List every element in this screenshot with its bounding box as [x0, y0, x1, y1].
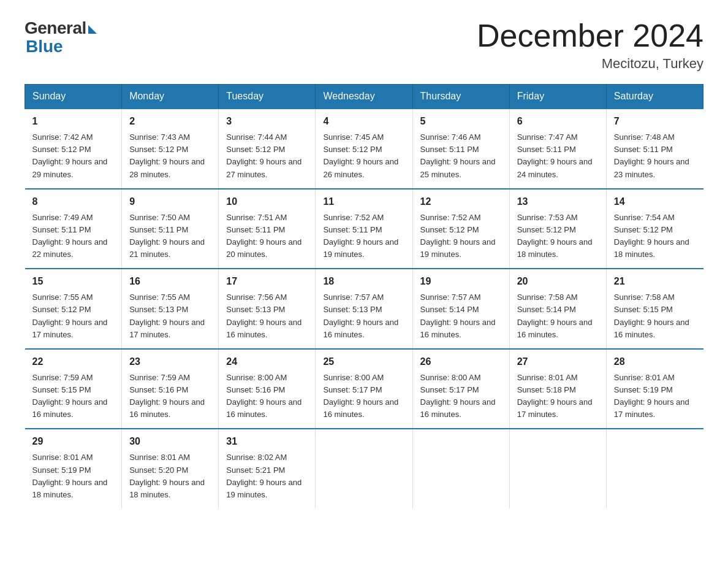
day-cell: 8Sunrise: 7:49 AMSunset: 5:11 PMDaylight… — [25, 189, 122, 269]
header-saturday: Saturday — [606, 85, 703, 109]
day-cell: 14Sunrise: 7:54 AMSunset: 5:12 PMDayligh… — [606, 189, 703, 269]
day-number: 12 — [420, 194, 502, 209]
day-info: Sunrise: 8:00 AMSunset: 5:16 PMDaylight:… — [226, 372, 308, 421]
page-header: General Blue December 2024 Mecitozu, Tur… — [25, 18, 703, 72]
day-cell: 5Sunrise: 7:46 AMSunset: 5:11 PMDaylight… — [412, 109, 509, 189]
day-number: 13 — [517, 194, 599, 209]
day-info: Sunrise: 7:48 AMSunset: 5:11 PMDaylight:… — [614, 131, 696, 181]
day-info: Sunrise: 7:57 AMSunset: 5:13 PMDaylight:… — [323, 291, 404, 341]
day-cell: 17Sunrise: 7:56 AMSunset: 5:13 PMDayligh… — [219, 269, 316, 349]
day-cell: 23Sunrise: 7:59 AMSunset: 5:16 PMDayligh… — [122, 349, 219, 429]
day-info: Sunrise: 7:58 AMSunset: 5:14 PMDaylight:… — [517, 291, 599, 341]
day-cell: 6Sunrise: 7:47 AMSunset: 5:11 PMDaylight… — [509, 109, 606, 189]
logo: General Blue — [25, 18, 97, 56]
day-cell: 31Sunrise: 8:02 AMSunset: 5:21 PMDayligh… — [219, 429, 316, 508]
day-info: Sunrise: 8:01 AMSunset: 5:18 PMDaylight:… — [517, 372, 599, 421]
day-cell — [509, 429, 606, 508]
day-info: Sunrise: 7:54 AMSunset: 5:12 PMDaylight:… — [614, 212, 696, 261]
day-info: Sunrise: 7:46 AMSunset: 5:11 PMDaylight:… — [420, 131, 502, 181]
day-number: 29 — [32, 434, 115, 449]
day-number: 25 — [323, 354, 404, 369]
week-row-5: 29Sunrise: 8:01 AMSunset: 5:19 PMDayligh… — [25, 429, 703, 508]
day-cell — [316, 429, 412, 508]
day-cell: 30Sunrise: 8:01 AMSunset: 5:20 PMDayligh… — [122, 429, 219, 508]
month-title: December 2024 — [477, 18, 703, 53]
day-cell — [412, 429, 509, 508]
day-number: 15 — [32, 274, 115, 289]
day-cell: 7Sunrise: 7:48 AMSunset: 5:11 PMDaylight… — [606, 109, 703, 189]
day-number: 27 — [517, 354, 599, 369]
day-cell: 26Sunrise: 8:00 AMSunset: 5:17 PMDayligh… — [412, 349, 509, 429]
day-cell: 25Sunrise: 8:00 AMSunset: 5:17 PMDayligh… — [316, 349, 412, 429]
day-cell: 2Sunrise: 7:43 AMSunset: 5:12 PMDaylight… — [122, 109, 219, 189]
day-number: 26 — [420, 354, 502, 369]
day-number: 3 — [226, 114, 308, 129]
day-cell: 1Sunrise: 7:42 AMSunset: 5:12 PMDaylight… — [25, 109, 122, 189]
week-row-2: 8Sunrise: 7:49 AMSunset: 5:11 PMDaylight… — [25, 189, 703, 269]
day-cell: 28Sunrise: 8:01 AMSunset: 5:19 PMDayligh… — [606, 349, 703, 429]
day-cell — [606, 429, 703, 508]
day-info: Sunrise: 7:47 AMSunset: 5:11 PMDaylight:… — [517, 131, 599, 181]
day-number: 9 — [129, 194, 211, 209]
header-friday: Friday — [509, 85, 606, 109]
day-number: 2 — [129, 114, 211, 129]
day-info: Sunrise: 8:00 AMSunset: 5:17 PMDaylight:… — [323, 372, 404, 421]
header-wednesday: Wednesday — [316, 85, 412, 109]
day-info: Sunrise: 8:01 AMSunset: 5:19 PMDaylight:… — [32, 451, 115, 501]
logo-blue-text: Blue — [26, 37, 63, 56]
day-cell: 22Sunrise: 7:59 AMSunset: 5:15 PMDayligh… — [25, 349, 122, 429]
day-number: 7 — [614, 114, 696, 129]
calendar-header-row: SundayMondayTuesdayWednesdayThursdayFrid… — [25, 85, 703, 109]
day-number: 8 — [32, 194, 115, 209]
day-number: 14 — [614, 194, 696, 209]
day-info: Sunrise: 8:00 AMSunset: 5:17 PMDaylight:… — [420, 372, 502, 421]
day-cell: 15Sunrise: 7:55 AMSunset: 5:12 PMDayligh… — [25, 269, 122, 349]
day-cell: 11Sunrise: 7:52 AMSunset: 5:11 PMDayligh… — [316, 189, 412, 269]
day-number: 18 — [323, 274, 404, 289]
day-info: Sunrise: 7:53 AMSunset: 5:12 PMDaylight:… — [517, 212, 599, 261]
day-info: Sunrise: 7:50 AMSunset: 5:11 PMDaylight:… — [129, 212, 211, 261]
day-info: Sunrise: 7:57 AMSunset: 5:14 PMDaylight:… — [420, 291, 502, 341]
day-cell: 29Sunrise: 8:01 AMSunset: 5:19 PMDayligh… — [25, 429, 122, 508]
day-number: 21 — [614, 274, 696, 289]
day-info: Sunrise: 7:42 AMSunset: 5:12 PMDaylight:… — [32, 131, 115, 181]
day-cell: 16Sunrise: 7:55 AMSunset: 5:13 PMDayligh… — [122, 269, 219, 349]
day-info: Sunrise: 7:52 AMSunset: 5:12 PMDaylight:… — [420, 212, 502, 261]
day-info: Sunrise: 7:58 AMSunset: 5:15 PMDaylight:… — [614, 291, 696, 341]
day-info: Sunrise: 7:52 AMSunset: 5:11 PMDaylight:… — [323, 212, 404, 261]
day-number: 10 — [226, 194, 308, 209]
day-info: Sunrise: 7:55 AMSunset: 5:12 PMDaylight:… — [32, 291, 115, 341]
header-monday: Monday — [122, 85, 219, 109]
week-row-1: 1Sunrise: 7:42 AMSunset: 5:12 PMDaylight… — [25, 109, 703, 189]
location-label: Mecitozu, Turkey — [477, 56, 703, 72]
header-sunday: Sunday — [25, 85, 122, 109]
day-number: 11 — [323, 194, 404, 209]
day-number: 23 — [129, 354, 211, 369]
logo-general-text: General — [25, 18, 86, 38]
calendar-table: SundayMondayTuesdayWednesdayThursdayFrid… — [25, 84, 703, 508]
day-number: 4 — [323, 114, 404, 129]
day-info: Sunrise: 7:59 AMSunset: 5:16 PMDaylight:… — [129, 372, 211, 421]
day-cell: 3Sunrise: 7:44 AMSunset: 5:12 PMDaylight… — [219, 109, 316, 189]
day-cell: 13Sunrise: 7:53 AMSunset: 5:12 PMDayligh… — [509, 189, 606, 269]
day-info: Sunrise: 7:44 AMSunset: 5:12 PMDaylight:… — [226, 131, 308, 181]
header-tuesday: Tuesday — [219, 85, 316, 109]
day-number: 1 — [32, 114, 115, 129]
day-info: Sunrise: 8:02 AMSunset: 5:21 PMDaylight:… — [226, 451, 308, 501]
day-info: Sunrise: 7:55 AMSunset: 5:13 PMDaylight:… — [129, 291, 211, 341]
day-info: Sunrise: 8:01 AMSunset: 5:20 PMDaylight:… — [129, 451, 211, 501]
day-info: Sunrise: 7:45 AMSunset: 5:12 PMDaylight:… — [323, 131, 404, 181]
day-number: 30 — [129, 434, 211, 449]
day-number: 31 — [226, 434, 308, 449]
day-number: 24 — [226, 354, 308, 369]
day-cell: 9Sunrise: 7:50 AMSunset: 5:11 PMDaylight… — [122, 189, 219, 269]
week-row-3: 15Sunrise: 7:55 AMSunset: 5:12 PMDayligh… — [25, 269, 703, 349]
day-cell: 19Sunrise: 7:57 AMSunset: 5:14 PMDayligh… — [412, 269, 509, 349]
day-info: Sunrise: 7:43 AMSunset: 5:12 PMDaylight:… — [129, 131, 211, 181]
day-number: 22 — [32, 354, 115, 369]
logo-arrow-icon — [88, 25, 97, 34]
header-thursday: Thursday — [412, 85, 509, 109]
day-number: 19 — [420, 274, 502, 289]
day-info: Sunrise: 7:59 AMSunset: 5:15 PMDaylight:… — [32, 372, 115, 421]
week-row-4: 22Sunrise: 7:59 AMSunset: 5:15 PMDayligh… — [25, 349, 703, 429]
